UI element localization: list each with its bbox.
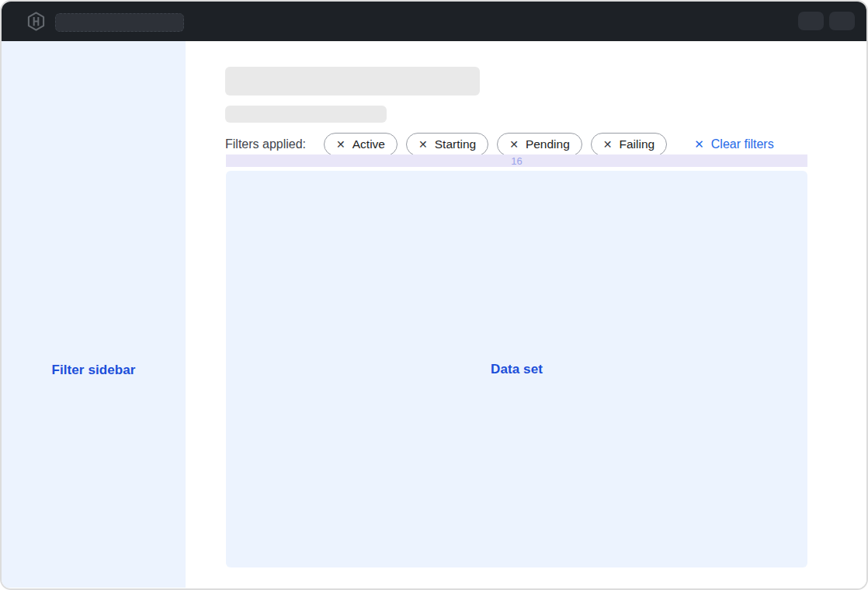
- filter-chip-label: Failing: [620, 137, 655, 151]
- filter-sidebar-label: Filter sidebar: [2, 363, 186, 378]
- close-icon[interactable]: ✕: [336, 139, 345, 150]
- page-title-skeleton: [225, 67, 480, 95]
- close-icon[interactable]: ✕: [603, 139, 613, 150]
- close-icon: ✕: [694, 137, 704, 151]
- top-navigation-bar: [2, 2, 866, 41]
- data-set-label: Data set: [491, 362, 543, 377]
- filter-chip-label: Active: [352, 137, 385, 151]
- clear-filters-button[interactable]: ✕ Clear filters: [694, 137, 773, 151]
- filter-chip-pending[interactable]: ✕ Pending: [497, 133, 582, 156]
- filter-chip-label: Pending: [526, 137, 570, 151]
- filter-chip-starting[interactable]: ✕ Starting: [406, 133, 488, 156]
- filter-chip-failing[interactable]: ✕ Failing: [591, 133, 667, 156]
- page-subtitle-skeleton: [225, 106, 387, 123]
- filter-chip-label: Starting: [435, 137, 476, 151]
- filters-applied-label: Filters applied:: [225, 137, 306, 151]
- data-set-panel: Data set: [226, 171, 807, 567]
- main-content: Filters applied: ✕ Active ✕ Starting ✕ P…: [186, 41, 866, 588]
- hashicorp-logo-icon[interactable]: [26, 12, 46, 31]
- close-icon[interactable]: ✕: [418, 139, 428, 150]
- close-icon[interactable]: ✕: [509, 139, 519, 150]
- filter-sidebar: Filter sidebar: [2, 41, 186, 588]
- topbar-actions: [798, 12, 855, 30]
- result-count: 16: [511, 156, 522, 166]
- topbar-button-skeleton-2[interactable]: [829, 12, 855, 30]
- app-window: Filter sidebar Filters applied: ✕ Active…: [0, 0, 868, 590]
- search-input-skeleton[interactable]: [55, 13, 184, 32]
- clear-filters-label: Clear filters: [711, 137, 774, 151]
- topbar-button-skeleton-1[interactable]: [798, 12, 824, 30]
- result-count-bar: 16: [226, 154, 807, 167]
- filter-chip-active[interactable]: ✕ Active: [324, 133, 398, 156]
- filters-applied-row: Filters applied: ✕ Active ✕ Starting ✕ P…: [225, 133, 774, 156]
